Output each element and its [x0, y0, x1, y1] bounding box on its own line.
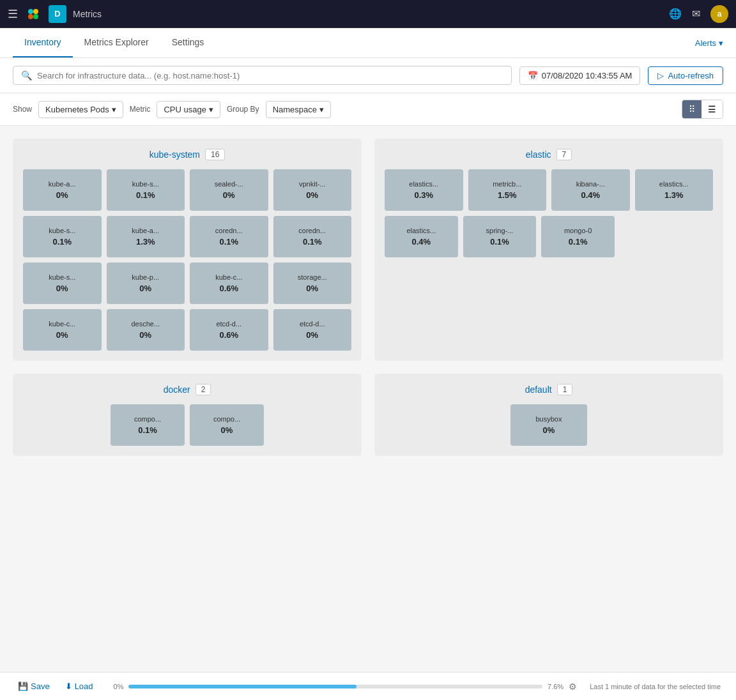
group-card-docker: docker 2 compo...0.1% compo...0%	[13, 374, 362, 456]
list-item[interactable]: spring-...0.1%	[463, 216, 537, 257]
group-card-elastic: elastic 7 elastics...0.3% metricb...1.5%…	[374, 139, 723, 361]
alerts-button[interactable]: Alerts ▾	[695, 38, 723, 48]
group-name-docker: docker	[164, 384, 190, 395]
view-toggle: ⠿ ☰	[682, 100, 723, 119]
load-button[interactable]: ⬇ Load	[57, 681, 101, 691]
list-item[interactable]: coredn...0.1%	[190, 216, 268, 257]
filter-bar: Show Kubernetes Pods ▾ Metric CPU usage …	[0, 93, 736, 126]
list-item[interactable]: kube-a...1.3%	[107, 216, 185, 257]
list-item[interactable]: mongo-00.1%	[541, 216, 615, 257]
metric-select[interactable]: CPU usage ▾	[157, 101, 220, 118]
toolbar: 🔍 📅 07/08/2020 10:43:55 AM ▷ Auto-refres…	[0, 58, 736, 93]
pod-grid-elastic: elastics...0.3% metricb...1.5% kibana-..…	[385, 169, 713, 257]
list-item[interactable]: kube-s...0.1%	[23, 216, 102, 257]
calendar-icon: 📅	[528, 71, 538, 80]
autorefresh-button[interactable]: ▷ Auto-refresh	[648, 66, 723, 85]
topbar-actions: 🌐 ✉ a	[669, 5, 728, 23]
list-item[interactable]: storage...0%	[273, 262, 352, 304]
grid-view-button[interactable]: ⠿	[682, 100, 702, 118]
pod-grid-kube-system: kube-a...0% kube-s...0.1% sealed-...0% v…	[23, 169, 351, 351]
group-count-kube-system: 16	[205, 149, 225, 160]
save-icon: 💾	[18, 681, 28, 691]
page-title: Metrics	[73, 9, 663, 19]
date-picker-button[interactable]: 📅 07/08/2020 10:43:55 AM	[519, 66, 641, 85]
svg-point-4	[33, 14, 38, 19]
nav-tabs-left: Inventory Metrics Explorer Settings	[13, 28, 215, 57]
list-view-button[interactable]: ☰	[702, 100, 723, 118]
metric-value: CPU usage	[164, 105, 206, 114]
list-item[interactable]: coredn...0.1%	[273, 216, 352, 257]
date-value: 07/08/2020 10:43:55 AM	[542, 71, 632, 80]
group-header-elastic: elastic 7	[385, 149, 713, 160]
user-avatar[interactable]: a	[710, 5, 728, 23]
list-item[interactable]: kube-p...0%	[107, 262, 185, 304]
scale-settings-icon[interactable]: ⚙	[569, 681, 577, 692]
list-item[interactable]: elastics...1.3%	[635, 169, 714, 211]
show-value: Kubernetes Pods	[45, 105, 109, 114]
search-input[interactable]	[37, 71, 503, 80]
status-text: Last 1 minute of data for the selected t…	[590, 683, 726, 690]
list-item[interactable]: kube-a...0%	[23, 169, 102, 211]
play-icon: ▷	[657, 71, 664, 80]
alerts-label: Alerts	[695, 38, 716, 48]
metric-chevron-icon: ▾	[209, 105, 213, 114]
group-card-kube-system: kube-system 16 kube-a...0% kube-s...0.1%…	[13, 139, 362, 361]
list-item[interactable]: metricb...1.5%	[468, 169, 547, 211]
list-item[interactable]: kube-c...0%	[23, 309, 102, 351]
workspace-avatar[interactable]: D	[49, 5, 66, 23]
load-icon: ⬇	[65, 681, 72, 691]
group-header-kube-system: kube-system 16	[23, 149, 351, 160]
list-item[interactable]: vpnkit-...0%	[273, 169, 352, 211]
list-item[interactable]: kube-c...0.6%	[190, 262, 268, 304]
groupby-select[interactable]: Namespace ▾	[266, 101, 331, 118]
list-item[interactable]: busybox0%	[510, 404, 587, 446]
scale-fill	[128, 685, 356, 689]
group-name-default: default	[525, 384, 552, 395]
search-box: 🔍	[13, 66, 512, 85]
groupby-label: Group By	[227, 105, 259, 114]
list-item[interactable]: kibana-...0.4%	[551, 169, 630, 211]
scale-min-label: 0%	[114, 683, 124, 690]
list-item[interactable]: kube-s...0%	[23, 262, 102, 304]
pod-grid-docker: compo...0.1% compo...0%	[111, 404, 264, 446]
list-item[interactable]: desche...0%	[107, 309, 185, 351]
load-label: Load	[75, 681, 93, 691]
metric-label: Metric	[130, 105, 151, 114]
show-chevron-icon: ▾	[112, 105, 116, 114]
group-name-kube-system: kube-system	[150, 149, 200, 160]
group-count-docker: 2	[195, 384, 211, 395]
group-header-docker: docker 2	[23, 384, 351, 395]
list-item[interactable]: etcd-d...0.6%	[190, 309, 268, 351]
tab-settings[interactable]: Settings	[160, 28, 216, 57]
groupby-chevron-icon: ▾	[319, 105, 324, 114]
autorefresh-label: Auto-refresh	[668, 71, 714, 80]
list-item[interactable]: sealed-...0%	[190, 169, 268, 211]
scale-track	[128, 685, 542, 689]
main-content: kube-system 16 kube-a...0% kube-s...0.1%…	[0, 126, 736, 700]
alerts-chevron-icon: ▾	[719, 38, 723, 48]
show-label: Show	[13, 105, 32, 114]
svg-point-3	[28, 14, 33, 19]
list-item[interactable]: kube-s...0.1%	[107, 169, 185, 211]
globe-icon[interactable]: 🌐	[669, 8, 682, 20]
tab-inventory[interactable]: Inventory	[13, 28, 73, 57]
svg-point-2	[33, 9, 38, 14]
list-item[interactable]: compo...0.1%	[111, 404, 185, 446]
save-button[interactable]: 💾 Save	[10, 681, 57, 691]
list-item[interactable]: etcd-d...0%	[273, 309, 352, 351]
show-select[interactable]: Kubernetes Pods ▾	[38, 101, 123, 118]
list-item[interactable]: elastics...0.4%	[385, 216, 458, 257]
pod-grid-default: busybox0%	[510, 404, 587, 446]
app-logo	[24, 5, 42, 23]
list-item[interactable]: elastics...0.3%	[385, 169, 463, 211]
group-name-elastic: elastic	[526, 149, 551, 160]
mail-icon[interactable]: ✉	[692, 8, 700, 20]
menu-icon[interactable]: ☰	[8, 7, 18, 21]
group-header-default: default 1	[385, 384, 713, 395]
groupby-value: Namespace	[273, 105, 317, 114]
list-item[interactable]: compo...0%	[190, 404, 264, 446]
tab-metrics-explorer[interactable]: Metrics Explorer	[73, 28, 160, 57]
svg-point-1	[28, 9, 33, 14]
topbar: ☰ D Metrics 🌐 ✉ a	[0, 0, 736, 28]
search-icon: 🔍	[21, 70, 32, 80]
